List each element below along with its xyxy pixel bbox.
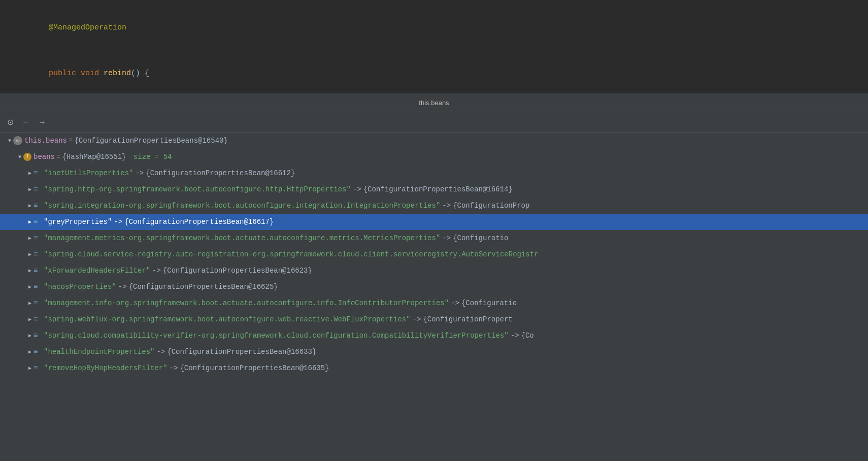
keyword-public: public [49,69,81,78]
entry-icon-9 [34,315,42,323]
infinity-icon-root: ∞ [13,136,22,145]
entry-10-key: "spring.cloud.compatibility-verifier-org… [44,332,509,340]
entry-7-val: {ConfigurationPropertiesBean@16625} [129,283,278,291]
tree-row-entry-7[interactable]: "nacosProperties" -> {ConfigurationPrope… [0,279,868,295]
entry-11-val: {ConfigurationPropertiesBean@16633} [167,348,316,356]
entry-11-arrow[interactable] [26,349,34,355]
tree-row-entry-1[interactable]: "spring.http-org.springframework.boot.au… [0,181,868,197]
tree-row-entry-11[interactable]: "healthEndpointProperties" -> {Configura… [0,344,868,360]
entry-icon-5 [34,250,42,258]
tree-row-entry-3[interactable]: "greyProperties" -> {ConfigurationProper… [0,214,868,230]
entry-6-arrow[interactable] [26,268,34,274]
back-button[interactable]: ← [19,116,33,129]
watch-icon: ⊙ [7,117,14,127]
entry-6-val: {ConfigurationPropertiesBean@16623} [163,267,312,275]
debug-title: this.beans [419,99,449,107]
entry-6-arrow-label: -> [152,267,161,275]
entry-10-val: {Co [521,332,534,340]
entry-6-key: "xForwardedHeadersFilter" [44,267,150,275]
entry-4-arrow-label: -> [442,234,451,242]
entry-3-arrow[interactable] [26,219,34,225]
entry-8-val: {Configuratio [461,299,517,307]
root-val: {ConfigurationPropertiesBeans@16540} [74,137,227,145]
entry-2-arrow-label: -> [442,202,451,210]
beans-expand-arrow[interactable] [16,154,23,160]
entry-0-arrow[interactable] [26,170,34,176]
forward-icon: → [38,118,46,127]
tree-row-entry-5[interactable]: "spring.cloud.service-registry.auto-regi… [0,246,868,262]
tree-row-beans[interactable]: f beans = {HashMap@16551} size = 54 [0,149,868,165]
entry-7-arrow-label: -> [118,283,127,291]
entry-4-arrow[interactable] [26,235,34,241]
entry-0-key: "inetUtilsProperties" [44,169,133,177]
entry-icon-8 [34,299,42,307]
forward-button[interactable]: → [35,116,49,129]
entry-8-arrow-label: -> [451,299,459,307]
entry-0-arrow-label: -> [135,169,144,177]
entry-10-arrow[interactable] [26,333,34,339]
entry-icon-7 [34,283,42,291]
beans-eq: = [56,153,60,161]
debug-tree[interactable]: ∞ this.beans = {ConfigurationPropertiesB… [0,133,868,461]
entry-10-arrow-label: -> [511,332,519,340]
entry-icon-1 [34,185,42,193]
entry-icon-3 [34,218,42,226]
entry-4-key: "management.metrics-org.springframework.… [44,234,440,242]
entry-7-key: "nacosProperties" [44,283,116,291]
tree-row-entry-4[interactable]: "management.metrics-org.springframework.… [0,230,868,246]
entry-12-val: {ConfigurationPropertiesBean@16635} [180,364,329,372]
entry-9-arrow-label: -> [413,315,421,323]
entry-icon-4 [34,234,42,242]
entry-3-val: {ConfigurationPropertiesBean@16617} [124,218,274,226]
tree-row-entry-0[interactable]: "inetUtilsProperties" -> {ConfigurationP… [0,165,868,181]
entry-0-val: {ConfigurationPropertiesBean@16612} [146,169,295,177]
entry-9-arrow[interactable] [26,316,34,322]
entry-1-val: {ConfigurationPropertiesBean@16614} [363,185,513,193]
root-expand-arrow[interactable] [6,138,13,144]
entry-5-key: "spring.cloud.service-registry.auto-regi… [44,250,539,258]
entry-4-val: {Configuratio [453,234,508,242]
tree-row-entry-12[interactable]: "removeHopByHopHeadersFilter" -> {Config… [0,360,868,376]
entry-11-arrow-label: -> [156,348,165,356]
entry-12-arrow-label: -> [170,364,178,372]
code-editor: @ManagedOperation public void rebind() {… [0,0,868,94]
entry-12-arrow[interactable] [26,365,34,371]
debug-panel: this.beans ⊙ ← → ∞ this.beans = {Configu… [0,94,868,461]
beans-size: size = 54 [133,153,172,161]
tree-row-root[interactable]: ∞ this.beans = {ConfigurationPropertiesB… [0,133,868,149]
tree-row-entry-8[interactable]: "management.info-org.springframework.boo… [0,295,868,311]
keyword-void: void [81,69,104,78]
code-paren: () { [131,69,149,78]
field-icon-f: f [23,153,31,161]
tree-row-entry-2[interactable]: "spring.integration-org.springframework.… [0,197,868,214]
entry-icon-2 [34,202,42,210]
debug-toolbar: ⊙ ← → [0,112,868,133]
debug-titlebar: this.beans [0,94,868,112]
entry-1-arrow[interactable] [26,186,34,192]
entry-8-arrow[interactable] [26,300,34,306]
tree-row-entry-9[interactable]: "spring.webflux-org.springframework.boot… [0,311,868,327]
tree-row-entry-6[interactable]: "xForwardedHeadersFilter" -> {Configurat… [0,262,868,279]
entry-7-arrow[interactable] [26,284,34,290]
back-icon: ← [22,118,30,127]
entry-1-key: "spring.http-org.springframework.boot.au… [44,185,351,193]
entry-icon-0 [34,169,42,177]
beans-var-name: beans [34,153,55,161]
annotation-managed-operation: @ManagedOperation [49,23,126,32]
code-line-1: @ManagedOperation [30,5,868,51]
entry-11-key: "healthEndpointProperties" [44,348,154,356]
entry-2-val: {ConfigurationProp [453,202,529,210]
entry-1-arrow-label: -> [353,185,361,193]
beans-type: {HashMap@16551} [62,153,126,161]
entry-3-arrow-label: -> [114,218,122,226]
root-eq: = [69,137,73,145]
beans-space [127,153,131,161]
entry-icon-11 [34,348,42,356]
watch-button[interactable]: ⊙ [4,115,17,129]
entry-2-arrow[interactable] [26,203,34,209]
entry-9-key: "spring.webflux-org.springframework.boot… [44,315,411,323]
tree-row-entry-10[interactable]: "spring.cloud.compatibility-verifier-org… [0,327,868,344]
entry-icon-6 [34,267,42,275]
entry-5-arrow[interactable] [26,251,34,257]
entry-8-key: "management.info-org.springframework.boo… [44,299,449,307]
